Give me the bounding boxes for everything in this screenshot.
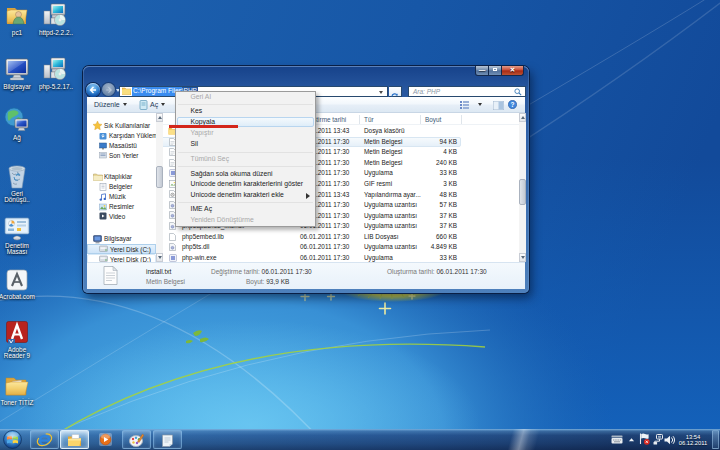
svg-text:?: ? xyxy=(511,101,515,108)
